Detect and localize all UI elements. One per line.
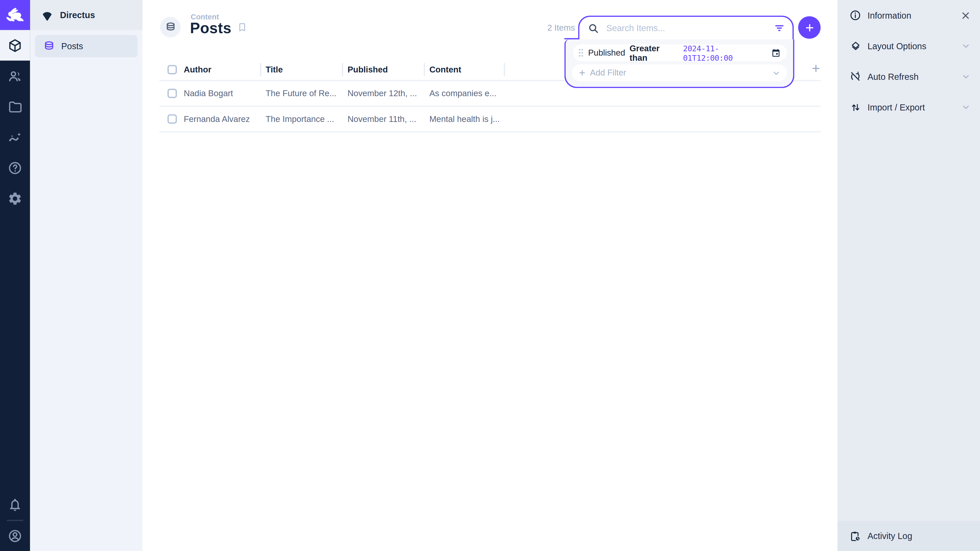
project-fan-icon: [41, 8, 54, 21]
help-circle-icon: [7, 160, 22, 175]
database-icon: [165, 21, 176, 33]
filter-value[interactable]: 2024-11-01T12:00:00: [683, 43, 767, 62]
right-sidebar: Information Layout Options: [838, 0, 980, 551]
search-box: [578, 16, 794, 39]
add-filter-button[interactable]: Add Filter: [572, 64, 787, 81]
info-icon: [849, 10, 862, 21]
plus-icon: [578, 68, 586, 77]
people-icon: [7, 68, 22, 83]
sidebar-section-label: Import / Export: [867, 102, 925, 112]
cell-published: November 11th, ...: [348, 114, 430, 124]
sidebar-section-label: Information: [867, 10, 912, 20]
module-help[interactable]: [0, 152, 30, 183]
directus-logo-button[interactable]: [0, 0, 30, 30]
directus-app: Directus Posts Content: [0, 0, 980, 551]
filter-rule[interactable]: Published Greater than 2024-11-01T12:00:…: [573, 44, 787, 61]
notifications-button[interactable]: [0, 489, 30, 520]
bookmark-icon[interactable]: [237, 22, 248, 35]
account-circle-icon: [7, 529, 22, 544]
select-all-checkbox[interactable]: [167, 65, 177, 75]
activity-log-label: Activity Log: [867, 531, 912, 541]
bell-icon: [7, 497, 22, 512]
module-bar-spacer: [0, 214, 30, 489]
swap-vert-icon: [849, 102, 862, 113]
sidebar-section-information[interactable]: Information: [838, 0, 980, 30]
layers-icon: [849, 40, 862, 52]
items-count: 2 Items: [511, 23, 575, 33]
page-title: Posts: [190, 19, 231, 37]
nav-sidebar: Directus Posts: [30, 0, 143, 551]
search-input[interactable]: [605, 22, 768, 34]
module-settings[interactable]: [0, 183, 30, 214]
chevron-down-icon[interactable]: [961, 61, 971, 92]
project-name: Directus: [60, 10, 95, 20]
close-icon[interactable]: [961, 0, 970, 30]
sync-disabled-icon: [849, 71, 862, 83]
row-checkbox[interactable]: [167, 114, 177, 124]
filter-icon[interactable]: [774, 22, 785, 34]
cube-icon: [7, 38, 22, 53]
sidebar-section-layout-options[interactable]: Layout Options: [838, 30, 980, 61]
add-filter-label: Add Filter: [590, 68, 626, 78]
nav-item-label: Posts: [61, 41, 83, 51]
chevron-down-icon[interactable]: [961, 92, 971, 122]
plus-icon: [804, 22, 815, 33]
nav-item-posts[interactable]: Posts: [35, 35, 138, 57]
module-insights[interactable]: [0, 122, 30, 152]
sidebar-section-auto-refresh[interactable]: Auto Refresh: [838, 61, 980, 92]
sidebar-section-label: Auto Refresh: [867, 71, 918, 81]
main-content: Content Posts 2 Items: [142, 0, 837, 551]
calendar-icon[interactable]: [771, 48, 781, 58]
chevron-down-icon[interactable]: [961, 30, 971, 61]
sidebar-section-label: Layout Options: [867, 41, 926, 51]
cell-title: The Future of Re...: [266, 89, 348, 98]
directus-rabbit-icon: [4, 4, 25, 25]
module-content[interactable]: [0, 30, 30, 61]
cell-published: November 12th, ...: [348, 89, 430, 98]
cell-author: Fernanda Alvarez: [184, 114, 266, 124]
column-header-title[interactable]: Title: [266, 59, 348, 80]
cell-author: Nadia Bogart: [184, 89, 266, 98]
add-field-button[interactable]: [811, 63, 821, 74]
chart-sparkle-icon: [7, 130, 22, 144]
cell-title: The Importance ...: [266, 114, 348, 124]
row-checkbox[interactable]: [167, 89, 177, 98]
column-header-content[interactable]: Content: [429, 59, 509, 80]
project-switcher[interactable]: Directus: [30, 0, 143, 30]
search-icon: [587, 22, 600, 34]
collection-icon-button[interactable]: [160, 17, 181, 38]
module-users[interactable]: [0, 61, 30, 91]
chevron-down-icon[interactable]: [772, 68, 780, 77]
cell-content: As companies e...: [429, 89, 509, 98]
sidebar-section-import-export[interactable]: Import / Export: [838, 92, 980, 122]
filter-operator[interactable]: Greater than: [630, 43, 679, 62]
module-bar: [0, 0, 30, 551]
activity-log-button[interactable]: Activity Log: [838, 521, 980, 551]
module-files[interactable]: [0, 91, 30, 122]
add-item-button[interactable]: [798, 16, 821, 39]
clipboard-clock-icon: [849, 530, 862, 542]
cell-content: Mental health is j...: [429, 114, 509, 124]
filter-field[interactable]: Published: [588, 48, 625, 58]
account-button[interactable]: [0, 521, 30, 551]
gear-icon: [7, 191, 22, 206]
filter-panel: Published Greater than 2024-11-01T12:00:…: [564, 39, 794, 88]
database-icon: [43, 40, 55, 52]
column-header-author[interactable]: Author: [184, 59, 266, 80]
folder-icon: [7, 99, 22, 114]
drag-handle-icon[interactable]: [578, 48, 584, 58]
column-header-published[interactable]: Published: [348, 59, 430, 80]
table-row[interactable]: Fernanda Alvarez The Importance ... Nove…: [159, 107, 821, 132]
